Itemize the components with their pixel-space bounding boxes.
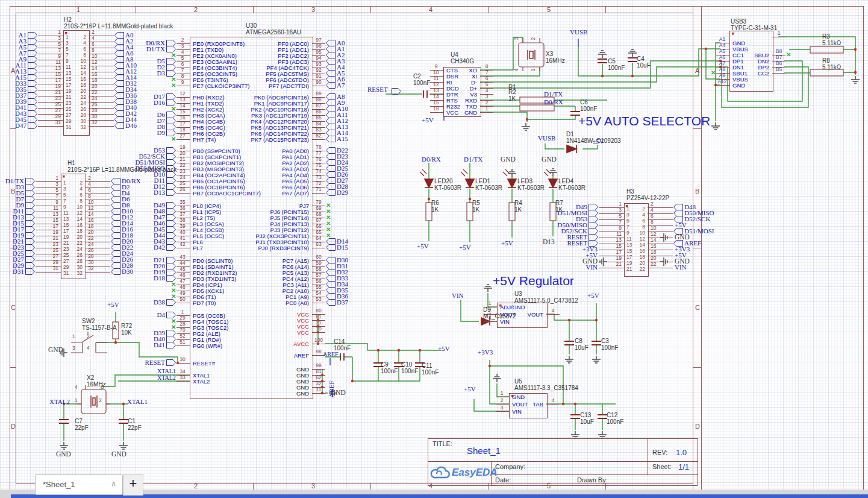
part-value[interactable]: 10K	[121, 330, 132, 336]
part-value[interactable]: 100nF	[401, 368, 418, 374]
net-label[interactable]: +5V	[501, 240, 513, 247]
part-value[interactable]: 5.11kΩ	[822, 40, 841, 46]
net-flag-icon[interactable]	[325, 189, 336, 197]
net-label[interactable]: RESET	[367, 86, 388, 93]
part-value[interactable]: 1K	[431, 207, 439, 213]
net-label[interactable]: D9	[99, 130, 165, 136]
part-ref[interactable]: LED3	[517, 178, 532, 184]
part-value[interactable]: KT-0603R	[517, 185, 545, 191]
part-value[interactable]: 1K	[555, 207, 563, 213]
net-label[interactable]: D4	[99, 312, 165, 318]
net-label[interactable]: D30	[122, 268, 133, 275]
part-ref[interactable]: USB3	[731, 19, 746, 25]
net-flag-icon[interactable]	[166, 359, 176, 367]
part-value[interactable]: 22pF	[75, 425, 89, 431]
net-flag-icon[interactable]	[325, 81, 336, 89]
part-ref[interactable]: R2	[508, 89, 516, 95]
part-ref[interactable]: R7	[555, 200, 563, 206]
part-value[interactable]: TYPE-C-31-M-31	[731, 25, 777, 31]
net-flag-icon[interactable]	[114, 122, 124, 130]
net-flag-icon[interactable]	[325, 298, 336, 306]
part-value[interactable]: 210S-2*16P L=11.8MMGold-plated black	[64, 24, 173, 30]
part-value[interactable]: TS-1157-B-A	[82, 325, 117, 331]
net-label[interactable]: D46	[125, 122, 137, 129]
net-label[interactable]: D13	[99, 189, 165, 196]
net-label[interactable]: VIN	[542, 264, 598, 271]
part-value[interactable]: 1K	[508, 96, 516, 102]
net-label[interactable]: XTAL1	[127, 399, 148, 405]
net-flag-icon[interactable]	[166, 341, 176, 349]
net-flag-icon[interactable]	[325, 135, 336, 143]
part-ref[interactable]: R8	[822, 58, 830, 64]
part-ref[interactable]: U4	[451, 52, 458, 58]
net-label[interactable]: XTAL2	[49, 399, 70, 405]
part-ref[interactable]: C4	[637, 56, 645, 62]
net-flag-icon[interactable]	[392, 87, 402, 95]
part-ref[interactable]: C3	[601, 338, 609, 344]
part-ref[interactable]: C2	[413, 74, 421, 80]
net-label[interactable]: RESET	[99, 359, 165, 366]
net-label[interactable]: D15	[337, 244, 348, 251]
net-label[interactable]: +5V	[592, 138, 604, 145]
net-label[interactable]: A15	[337, 136, 348, 142]
part-ref[interactable]: C11	[422, 363, 432, 369]
part-ref[interactable]: C5	[608, 58, 616, 65]
part-value[interactable]: 10uF	[575, 345, 589, 351]
sheet-title[interactable]: Sheet_1	[467, 446, 501, 455]
net-flag-icon[interactable]	[25, 268, 36, 276]
net-flag-icon[interactable]	[166, 189, 176, 197]
part-value[interactable]: KT-0603R	[475, 185, 502, 191]
net-label[interactable]: VUSB	[538, 135, 555, 142]
net-label[interactable]: +5V	[107, 301, 119, 308]
part-ref[interactable]: R5	[472, 200, 480, 206]
net-label[interactable]: AREF	[328, 380, 335, 397]
net-label[interactable]: D29	[337, 189, 348, 196]
net-label[interactable]: D0/RX	[544, 99, 563, 106]
net-label[interactable]: D41	[99, 342, 165, 348]
net-label[interactable]: VIN	[452, 292, 464, 299]
net-label[interactable]: A7	[337, 82, 345, 89]
part-ref[interactable]: D9	[483, 307, 491, 313]
net-label[interactable]: VUSB	[570, 29, 587, 36]
part-ref[interactable]: H2	[64, 17, 72, 23]
part-value[interactable]: AMS1117-5.0_C473812	[514, 298, 578, 304]
net-flag-icon[interactable]	[166, 244, 176, 251]
net-label[interactable]: GND	[542, 156, 557, 163]
part-value[interactable]: 100nF	[381, 368, 398, 374]
part-value[interactable]: M7_C95872	[483, 314, 516, 320]
net-flag-icon[interactable]	[325, 244, 336, 251]
part-ref[interactable]: C12	[607, 412, 617, 418]
net-label[interactable]: +5V	[422, 117, 434, 124]
part-ref[interactable]: C6	[580, 99, 588, 106]
net-label[interactable]: D47	[0, 122, 27, 129]
part-ref[interactable]: LED1	[475, 178, 490, 184]
part-value[interactable]: 22pF	[128, 425, 142, 431]
part-value[interactable]: KT-0603R	[434, 185, 461, 191]
part-value[interactable]: KT-0603R	[558, 185, 585, 191]
part-value[interactable]: 5.11kΩ	[822, 65, 841, 71]
part-ref[interactable]: R3	[822, 34, 830, 40]
part-ref[interactable]: SW2	[82, 318, 95, 324]
annotation-text[interactable]: +5V Regulator	[493, 274, 574, 287]
net-label[interactable]: +5V	[459, 244, 471, 251]
annotation-text[interactable]: +5V AUTO SELECTOR	[578, 115, 710, 127]
part-value[interactable]: 100nF	[422, 370, 439, 376]
net-label[interactable]: GND	[501, 156, 516, 163]
net-label[interactable]: D1/TX	[464, 156, 482, 163]
net-label[interactable]: XTAL2	[157, 375, 176, 381]
part-ref[interactable]: C8	[575, 338, 582, 344]
net-label[interactable]: +3V3	[478, 349, 493, 356]
part-ref[interactable]: U5	[514, 379, 522, 385]
net-flag-icon[interactable]	[166, 298, 176, 306]
net-label[interactable]: D18	[99, 275, 165, 282]
part-ref[interactable]: U3	[514, 291, 522, 297]
part-ref[interactable]: C9	[381, 362, 389, 368]
net-label[interactable]: D52/SCK	[684, 216, 710, 222]
part-value[interactable]: 1K	[472, 207, 479, 213]
part-value[interactable]: 1K	[514, 207, 522, 213]
part-ref[interactable]: LED20	[434, 178, 453, 184]
net-label[interactable]: XTAL1	[157, 368, 176, 374]
net-label[interactable]: +5V	[587, 292, 599, 299]
net-label[interactable]: GND	[48, 347, 63, 354]
net-label[interactable]: +5V	[417, 243, 429, 250]
